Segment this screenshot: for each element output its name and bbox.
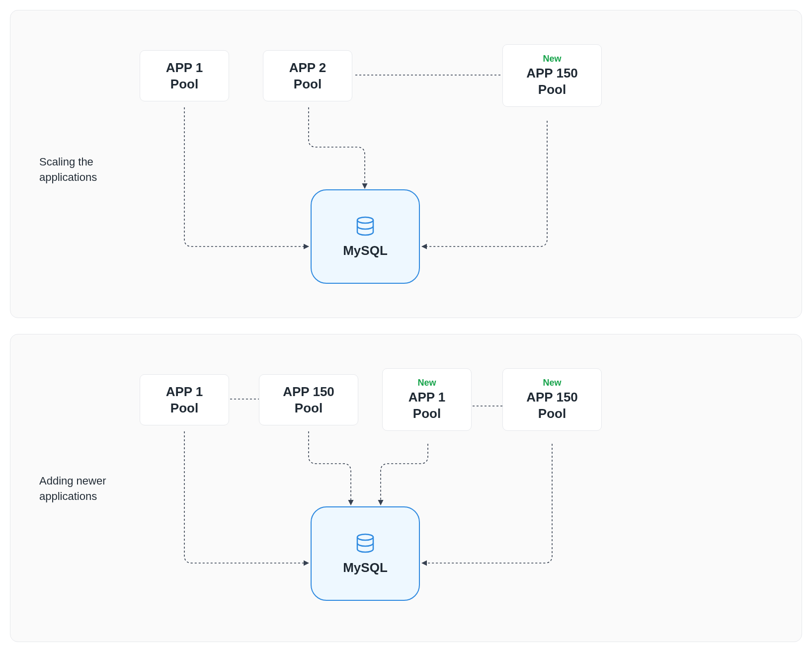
app1new-bottom-line1: APP 1 bbox=[395, 389, 459, 406]
app150new-bottom-line1: APP 150 bbox=[515, 389, 589, 406]
db-box-bottom: MySQL bbox=[311, 506, 420, 601]
svg-point-0 bbox=[357, 217, 373, 223]
caption-adding: Adding newer applications bbox=[39, 474, 139, 504]
app2-top-line2: Pool bbox=[275, 76, 340, 92]
app2-top-line1: APP 2 bbox=[275, 60, 340, 76]
db-label-bottom: MySQL bbox=[343, 560, 388, 575]
app-box-app1-top: APP 1 Pool bbox=[140, 50, 229, 101]
app150new-bottom-line2: Pool bbox=[515, 406, 589, 422]
caption-scaling: Scaling the applications bbox=[39, 155, 129, 185]
app-box-app150-bottom: APP 150 Pool bbox=[259, 374, 358, 425]
panel-adding: Adding newer applications APP 1 Pool APP… bbox=[10, 334, 802, 642]
app150-bottom-line2: Pool bbox=[271, 400, 346, 416]
app-box-app1-bottom: APP 1 Pool bbox=[140, 374, 229, 425]
app1new-bottom-badge: New bbox=[395, 378, 459, 388]
app150-top-badge: New bbox=[515, 54, 589, 64]
app-box-app2-top: APP 2 Pool bbox=[263, 50, 352, 101]
app1-bottom-line1: APP 1 bbox=[152, 384, 217, 400]
db-label-top: MySQL bbox=[343, 243, 388, 258]
app150new-bottom-badge: New bbox=[515, 378, 589, 388]
app1-top-line1: APP 1 bbox=[152, 60, 217, 76]
database-icon bbox=[354, 532, 376, 554]
app-box-app1new-bottom: New APP 1 Pool bbox=[382, 368, 472, 431]
app150-top-line1: APP 150 bbox=[515, 65, 589, 82]
app1new-bottom-line2: Pool bbox=[395, 406, 459, 422]
app150-bottom-line1: APP 150 bbox=[271, 384, 346, 400]
app1-bottom-line2: Pool bbox=[152, 400, 217, 416]
db-box-top: MySQL bbox=[311, 189, 420, 284]
database-icon bbox=[354, 215, 376, 237]
app-box-app150new-bottom: New APP 150 Pool bbox=[502, 368, 602, 431]
app150-top-line2: Pool bbox=[515, 82, 589, 98]
svg-point-1 bbox=[357, 534, 373, 540]
app1-top-line2: Pool bbox=[152, 76, 217, 92]
app-box-app150-top: New APP 150 Pool bbox=[502, 44, 602, 107]
panel-scaling: Scaling the applications APP 1 Pool APP … bbox=[10, 10, 802, 318]
